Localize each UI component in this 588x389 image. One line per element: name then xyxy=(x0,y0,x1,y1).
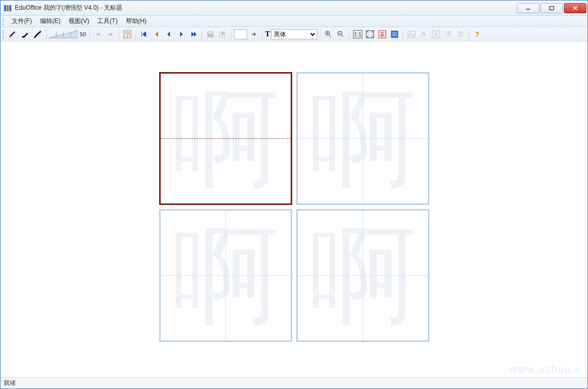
goto-page-button[interactable] xyxy=(248,29,259,40)
separator xyxy=(403,29,403,39)
svg-rect-15 xyxy=(208,32,212,34)
separator xyxy=(90,29,90,39)
thickness-wedge[interactable] xyxy=(49,30,78,39)
guide-vertical xyxy=(362,211,363,340)
chinese-han-button[interactable]: 汉 xyxy=(443,29,454,40)
fullscreen-button[interactable] xyxy=(364,29,376,40)
practice-cell-1[interactable]: 啊 xyxy=(159,72,292,205)
svg-point-7 xyxy=(22,36,24,38)
menubar-grip xyxy=(3,18,6,25)
separator xyxy=(136,29,136,39)
separator xyxy=(231,29,231,39)
prev-page-button[interactable] xyxy=(151,29,162,40)
svg-text:字: 字 xyxy=(125,31,130,37)
brush-tool-1[interactable] xyxy=(20,29,31,40)
character-lookup-button[interactable]: 字 xyxy=(122,29,133,40)
svg-rect-1 xyxy=(7,5,9,11)
practice-cell-2[interactable]: 啊 xyxy=(296,72,429,205)
text-A-button[interactable]: A xyxy=(418,29,429,40)
zoom-in-button[interactable] xyxy=(323,29,334,40)
separator xyxy=(469,29,469,39)
svg-rect-2 xyxy=(9,5,11,11)
status-text: 就绪 xyxy=(4,379,16,387)
menu-file[interactable]: 文件(F) xyxy=(8,16,36,27)
undo-button[interactable] xyxy=(93,29,104,40)
watermark-text: www.ucbug.c xyxy=(510,363,581,375)
pen-tool-1[interactable] xyxy=(8,29,19,40)
guide-horizontal xyxy=(161,139,291,139)
image-button[interactable] xyxy=(406,29,417,40)
redo-button[interactable] xyxy=(105,29,116,40)
save-button[interactable] xyxy=(205,29,216,40)
app-icon xyxy=(4,4,12,12)
font-select[interactable]: 黑体 xyxy=(271,29,317,39)
menu-edit[interactable]: 编辑(E) xyxy=(36,16,64,27)
guide-vertical xyxy=(362,74,363,203)
next-step-button[interactable] xyxy=(176,29,187,40)
toolbar: 50 字 T 黑体 1:1 摹 A xyxy=(1,27,587,41)
svg-line-18 xyxy=(329,35,331,37)
window-controls xyxy=(516,3,586,13)
separator xyxy=(262,29,263,39)
svg-text:A: A xyxy=(434,32,438,37)
thickness-value: 50 xyxy=(79,31,87,37)
separator xyxy=(46,29,47,39)
separator xyxy=(320,29,320,39)
help-button[interactable]: ? xyxy=(472,29,483,40)
titlebar: EduOffice 我的字(增强型 V4.0) - 无标题 xyxy=(1,1,587,16)
menu-view[interactable]: 视图(V) xyxy=(64,16,93,27)
practice-cell-3[interactable]: 啊 xyxy=(159,209,292,342)
svg-rect-0 xyxy=(4,5,6,11)
prev-step-button[interactable] xyxy=(163,29,175,40)
first-page-button[interactable] xyxy=(139,29,150,40)
practice-grid: 啊 啊 啊 啊 xyxy=(159,72,429,377)
template-button[interactable]: 摹 xyxy=(377,29,388,40)
toolbar-grip xyxy=(3,30,6,38)
separator xyxy=(119,29,119,39)
guide-vertical xyxy=(225,211,226,340)
svg-text:摹: 摹 xyxy=(380,32,385,37)
font-label: T xyxy=(265,30,270,38)
brush-tool-2[interactable] xyxy=(32,29,43,40)
menu-tools[interactable]: 工具(T) xyxy=(93,16,121,27)
minimize-button[interactable] xyxy=(517,3,539,13)
svg-rect-4 xyxy=(550,6,554,10)
maximize-button[interactable] xyxy=(540,3,563,13)
separator xyxy=(349,29,350,39)
chinese-wen-button[interactable]: 文 xyxy=(455,29,466,40)
canvas-area[interactable]: 啊 啊 啊 啊 www.ucbug.c xyxy=(1,41,587,377)
next-page-button[interactable] xyxy=(188,29,199,40)
export-button[interactable] xyxy=(217,29,228,40)
statusbar: 就绪 xyxy=(1,377,587,388)
zoom-1to1-button[interactable]: 1:1 xyxy=(352,29,363,40)
separator xyxy=(202,29,202,39)
practice-cell-4[interactable]: 啊 xyxy=(296,209,429,342)
text-frame-button[interactable]: A xyxy=(430,29,442,40)
svg-text:1:1: 1:1 xyxy=(354,32,361,37)
app-window: EduOffice 我的字(增强型 V4.0) - 无标题 文件(F) 编辑(E… xyxy=(0,0,588,389)
page-number-input[interactable] xyxy=(234,29,247,39)
menu-help[interactable]: 帮助(H) xyxy=(122,16,151,27)
svg-line-22 xyxy=(341,35,343,37)
window-title: EduOffice 我的字(增强型 V4.0) - 无标题 xyxy=(15,4,516,12)
list-view-button[interactable] xyxy=(389,29,400,40)
zoom-out-button[interactable] xyxy=(335,29,346,40)
menubar: 文件(F) 编辑(E) 视图(V) 工具(T) 帮助(H) xyxy=(1,16,587,27)
close-button[interactable] xyxy=(564,3,586,13)
